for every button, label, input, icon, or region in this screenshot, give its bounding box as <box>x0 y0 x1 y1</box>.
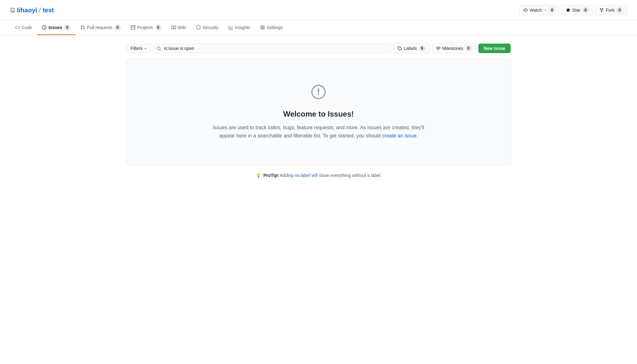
labels-count: 9 <box>419 45 425 52</box>
tab-issues[interactable]: Issues 0 <box>37 21 76 35</box>
empty-state-description: Issues are used to track todos, bugs, fe… <box>205 124 432 140</box>
filters-button[interactable]: Filters <box>126 44 151 53</box>
star-count: 0 <box>582 7 589 13</box>
tab-projects[interactable]: Projects 0 <box>126 21 167 35</box>
tab-insights-label: Insights <box>235 25 250 30</box>
repo-link[interactable]: test <box>43 7 54 14</box>
protip-after: will show everything without a label. <box>310 173 382 178</box>
watch-label: Watch <box>530 8 542 13</box>
labels-button[interactable]: Labels 9 <box>393 43 429 54</box>
protip-middle: Adding <box>279 173 295 178</box>
filter-bar: Filters Labels 9 <box>126 43 511 54</box>
tab-insights[interactable]: Insights <box>224 21 255 34</box>
tab-settings-label: Settings <box>267 25 283 30</box>
fork-icon <box>599 8 604 12</box>
label-icon <box>397 46 402 51</box>
protip: 💡 ProTip! Adding no:label will show ever… <box>126 173 511 178</box>
eye-icon <box>523 8 528 12</box>
empty-state-title: Welcome to Issues! <box>137 110 500 118</box>
tab-pull-requests[interactable]: Pull requests 0 <box>76 21 126 35</box>
tab-pull-requests-label: Pull requests <box>87 25 112 30</box>
issues-icon <box>42 25 46 30</box>
milestone-icon <box>436 46 440 51</box>
insights-icon <box>229 25 233 30</box>
repo-title: lihaoyi / test <box>10 7 54 14</box>
watch-count: 0 <box>549 7 555 13</box>
star-button[interactable]: Star 0 <box>562 5 593 15</box>
repo-icon <box>10 7 15 14</box>
tab-wiki[interactable]: Wiki <box>167 21 191 34</box>
milestones-label: Milestones <box>442 46 464 51</box>
tab-issues-count: 0 <box>64 24 70 31</box>
star-label: Star <box>572 8 580 13</box>
watch-button[interactable]: Watch 0 <box>519 5 559 15</box>
main-content: Filters Labels 9 <box>116 35 521 185</box>
tab-security[interactable]: Security <box>191 21 224 34</box>
tab-code-label: Code <box>21 25 32 30</box>
settings-icon <box>260 25 265 30</box>
header-actions: Watch 0 Star 0 Fork 0 <box>519 5 627 15</box>
breadcrumb-separator: / <box>39 7 41 14</box>
labels-label: Labels <box>404 46 417 51</box>
star-icon <box>566 8 570 12</box>
security-icon <box>196 25 201 30</box>
tab-projects-count: 0 <box>155 24 161 31</box>
tab-settings[interactable]: Settings <box>255 21 288 34</box>
repo-nav: Code Issues 0 Pull requests 0 Projects 0 <box>0 21 637 35</box>
milestones-button[interactable]: Milestones 0 <box>432 43 476 54</box>
protip-label: ProTip! <box>263 173 279 178</box>
tab-code[interactable]: Code <box>10 21 37 34</box>
empty-state-desc-after: . <box>416 133 418 138</box>
create-issue-link[interactable]: create an issue <box>382 133 416 138</box>
fork-label: Fork <box>606 8 615 13</box>
tab-pull-requests-count: 0 <box>114 24 121 31</box>
new-issue-button[interactable]: New issue <box>478 44 511 53</box>
dropdown-icon <box>544 9 547 12</box>
fork-count: 0 <box>616 7 623 13</box>
bulb-icon: 💡 <box>256 173 261 178</box>
wiki-icon <box>172 25 176 30</box>
tab-projects-label: Projects <box>137 25 153 30</box>
code-icon <box>15 25 20 30</box>
tab-wiki-label: Wiki <box>178 25 186 30</box>
empty-state-icon <box>310 84 327 102</box>
search-wrap <box>154 44 391 53</box>
tab-security-label: Security <box>203 25 219 30</box>
filters-label: Filters <box>130 46 143 51</box>
new-issue-label: New issue <box>484 46 505 51</box>
tab-issues-label: Issues <box>48 25 62 30</box>
projects-icon <box>131 25 135 30</box>
milestones-count: 0 <box>465 45 472 52</box>
issues-empty-state: Welcome to Issues! Issues are used to tr… <box>126 59 511 165</box>
search-input[interactable] <box>154 44 391 53</box>
no-label-link[interactable]: no:label <box>295 173 310 178</box>
filters-dropdown-icon <box>144 47 147 50</box>
fork-button[interactable]: Fork 0 <box>595 5 627 15</box>
owner-link[interactable]: lihaoyi <box>17 7 37 14</box>
pull-request-icon <box>81 25 85 30</box>
